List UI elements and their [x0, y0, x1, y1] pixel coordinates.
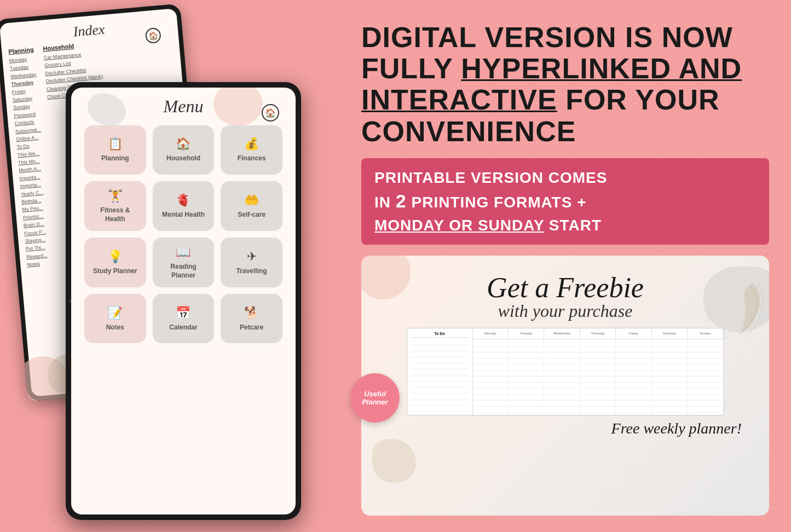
day-col-3	[544, 339, 580, 415]
finances-icon: 💰	[244, 137, 259, 151]
planner-preview: To Do Monday Tuesday Wednesday Thursday …	[407, 328, 724, 415]
menu-item-travelling[interactable]: ✈ Travelling	[221, 238, 282, 287]
mental-health-label: Mental Health	[162, 211, 205, 219]
day-col-5	[616, 339, 651, 415]
study-icon: 💡	[108, 250, 123, 264]
planning-icon: 📋	[108, 137, 123, 151]
subheadline: PRINTABLE VERSION COMES IN 2 PRINTING FO…	[361, 158, 769, 245]
headline-interactive: INTERACTIVE	[361, 84, 557, 115]
subheadline-line3: MONDAY OR SUNDAY START	[374, 215, 756, 236]
notes-label: Notes	[106, 323, 124, 332]
travelling-label: Travelling	[236, 267, 267, 276]
todo-col: To Do	[407, 328, 473, 415]
useful-planner-badge: Useful Planner	[350, 373, 400, 423]
saturday-header: Saturday	[652, 328, 688, 339]
reading-icon: 📖	[176, 245, 190, 259]
headline: DIGITAL VERSION IS NOW FULLY HYPERLINKED…	[361, 22, 769, 147]
petcare-label: Petcare	[240, 323, 263, 332]
menu-grid: 📋 Planning 🏠 Household 💰 Finances 🏋 Fitn…	[80, 125, 287, 343]
study-label: Study Planner	[93, 267, 137, 276]
subheadline-days: MONDAY OR SUNDAY	[374, 217, 544, 234]
list-item: Notes	[27, 259, 53, 269]
headline-line2: FULLY HYPERLINKED AND	[361, 53, 769, 84]
day-header-row: Monday Tuesday Wednesday Thursday Friday…	[473, 328, 724, 339]
day-col-7	[688, 339, 723, 415]
friday-header: Friday	[616, 328, 651, 339]
menu-item-planning[interactable]: 📋 Planning	[84, 125, 146, 175]
tuesday-header: Tuesday	[509, 328, 544, 339]
tablet-front: Menu 🏠 📋 Planning 🏠 Household 💰 Finances	[66, 82, 301, 520]
menu-item-finances[interactable]: 💰 Finances	[221, 125, 282, 175]
subheadline-line1: PRINTABLE VERSION COMES	[374, 167, 756, 188]
calendar-icon: 📅	[176, 306, 190, 320]
menu-item-household[interactable]: 🏠 Household	[153, 125, 215, 175]
menu-item-fitness[interactable]: 🏋 Fitness & Health	[84, 181, 146, 231]
household-label: Household	[166, 154, 200, 163]
badge-line2: Planner	[362, 398, 388, 406]
left-section: Index 🏠 Planning Monday Tuesday Wednesda…	[11, 11, 328, 520]
planning-label: Planning	[101, 154, 129, 163]
petcare-icon: 🐕	[244, 306, 259, 320]
menu-item-calendar[interactable]: 📅 Calendar	[153, 294, 215, 343]
headline-line1: DIGITAL VERSION IS NOW	[361, 22, 769, 53]
badge-line1: Useful	[364, 390, 386, 398]
thursday-header: Thursday	[580, 328, 616, 339]
headline-hyperlinked: HYPERLINKED AND	[461, 53, 742, 84]
travelling-icon: ✈	[247, 250, 257, 264]
menu-screen: Menu 🏠 📋 Planning 🏠 Household 💰 Finances	[71, 88, 296, 514]
day-col-2	[509, 339, 544, 415]
menu-item-notes[interactable]: 📝 Notes	[84, 294, 146, 343]
freebie-title: Get a Freebie	[378, 272, 753, 303]
freebie-bottom-text: Free weekly planner!	[378, 420, 753, 437]
wednesday-header: Wednesday	[544, 328, 580, 339]
mental-health-icon: 🫀	[176, 193, 190, 207]
menu-item-petcare[interactable]: 🐕 Petcare	[221, 294, 282, 343]
day-col-6	[652, 339, 688, 415]
selfcare-icon: 🤲	[244, 193, 259, 207]
menu-item-mental-health[interactable]: 🫀 Mental Health	[153, 181, 215, 231]
day-col-4	[580, 339, 616, 415]
menu-item-study[interactable]: 💡 Study Planner	[84, 238, 146, 287]
menu-title: Menu	[80, 96, 287, 117]
planning-header: Planning	[8, 46, 34, 55]
home-icon-front: 🏠	[262, 104, 279, 122]
menu-item-reading[interactable]: 📖 Reading Planner	[153, 238, 215, 287]
freebie-card: Get a Freebie with your purchase To Do M…	[361, 256, 769, 516]
headline-line4: CONVENIENCE	[361, 116, 769, 147]
sunday-header: Sunday	[688, 328, 723, 339]
monday-header: Monday	[473, 328, 509, 339]
finances-label: Finances	[238, 154, 266, 163]
todo-lines	[411, 339, 469, 415]
selfcare-label: Self-care	[238, 211, 265, 219]
subheadline-line2: IN 2 PRINTING FORMATS +	[374, 188, 756, 215]
todo-header: To Do	[411, 332, 469, 338]
reading-label: Reading Planner	[158, 263, 209, 280]
calendar-label: Calendar	[169, 323, 197, 332]
freebie-subtitle: with your purchase	[378, 301, 753, 321]
notes-icon: 📝	[108, 306, 123, 320]
freebie-shape-3	[372, 439, 416, 483]
leaf-right	[720, 277, 764, 345]
right-section: DIGITAL VERSION IS NOW FULLY HYPERLINKED…	[345, 0, 791, 532]
day-col-1	[473, 339, 509, 415]
headline-line3: INTERACTIVE FOR YOUR	[361, 84, 769, 115]
freebie-title-text: Get a Freebie	[487, 272, 644, 303]
fitness-icon: 🏋	[108, 189, 123, 203]
household-icon: 🏠	[176, 137, 190, 151]
day-cols: Monday Tuesday Wednesday Thursday Friday…	[473, 328, 724, 415]
planner-body	[473, 339, 724, 415]
menu-item-selfcare[interactable]: 🤲 Self-care	[221, 181, 282, 231]
fitness-label: Fitness & Health	[90, 206, 141, 223]
